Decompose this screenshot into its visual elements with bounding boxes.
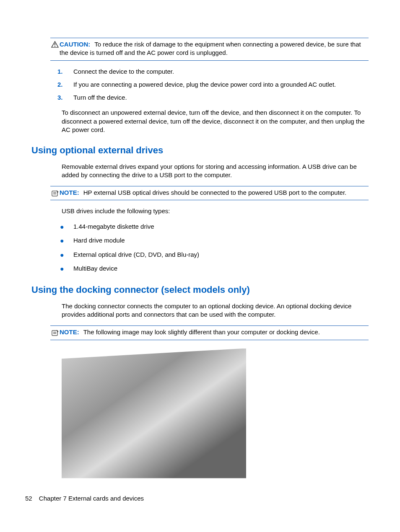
step-number: 3. <box>57 93 73 102</box>
bullet-icon: ● <box>58 222 73 232</box>
note-icon <box>50 189 60 197</box>
note-label: NOTE: <box>60 189 79 196</box>
step-item: 1. Connect the device to the computer. <box>57 67 369 76</box>
step-number: 2. <box>57 80 73 89</box>
step-number: 1. <box>57 67 73 76</box>
page-footer: 52 Chapter 7 External cards and devices <box>25 494 144 503</box>
note-icon <box>50 328 60 336</box>
caution-label: CAUTION: <box>60 41 90 48</box>
list-item: ● Hard drive module <box>58 236 369 245</box>
step-item: 3. Turn off the device. <box>57 93 369 102</box>
bullet-icon: ● <box>58 236 73 245</box>
caution-text: CAUTION:To reduce the risk of damage to … <box>60 40 369 57</box>
bullet-icon: ● <box>58 251 73 260</box>
note-box-2: NOTE:The following image may look slight… <box>50 325 369 340</box>
list-item-text: External optical drive (CD, DVD, and Blu… <box>73 251 369 260</box>
list-item-text: 1.44-megabyte diskette drive <box>73 222 369 232</box>
svg-rect-2 <box>52 191 57 196</box>
list-item: ● MultiBay device <box>58 264 369 274</box>
step-text: Turn off the device. <box>73 93 369 102</box>
step-text: If you are connecting a powered device, … <box>73 80 369 89</box>
note-label-2: NOTE: <box>60 328 79 336</box>
list-item: ● External optical drive (CD, DVD, and B… <box>58 251 369 260</box>
note-body: HP external USB optical drives should be… <box>83 189 347 196</box>
note-text-2: NOTE:The following image may look slight… <box>60 328 369 336</box>
steps-list: 1. Connect the device to the computer. 2… <box>62 67 369 102</box>
heading-docking-connector: Using the docking connector (select mode… <box>31 284 369 296</box>
step-text: Connect the device to the computer. <box>73 67 369 76</box>
usb-types-intro: USB drives include the following types: <box>62 207 369 215</box>
docking-illustration <box>62 349 246 478</box>
caution-body: To reduce the risk of damage to the equi… <box>60 41 361 56</box>
bullet-icon: ● <box>58 264 73 274</box>
note-body-2: The following image may look slightly di… <box>83 328 320 336</box>
svg-point-1 <box>55 46 55 47</box>
caution-icon <box>50 40 60 57</box>
list-item-text: Hard drive module <box>73 236 369 245</box>
list-item-text: MultiBay device <box>73 264 369 274</box>
disconnect-paragraph: To disconnect an unpowered external devi… <box>62 108 369 134</box>
note-box: NOTE:HP external USB optical drives shou… <box>50 186 369 200</box>
list-item: ● 1.44-megabyte diskette drive <box>58 222 369 232</box>
docking-paragraph: The docking connector connects the compu… <box>62 302 369 319</box>
note-text: NOTE:HP external USB optical drives shou… <box>60 189 369 197</box>
heading-external-drives: Using optional external drives <box>31 144 369 157</box>
usb-types-list: ● 1.44-megabyte diskette drive ● Hard dr… <box>62 222 369 274</box>
caution-box: CAUTION:To reduce the risk of damage to … <box>50 38 369 61</box>
svg-rect-5 <box>52 331 57 336</box>
chapter-title: Chapter 7 External cards and devices <box>39 495 144 502</box>
page-number: 52 <box>25 495 32 502</box>
step-item: 2. If you are connecting a powered devic… <box>57 80 369 89</box>
external-drives-paragraph: Removable external drives expand your op… <box>62 163 369 180</box>
